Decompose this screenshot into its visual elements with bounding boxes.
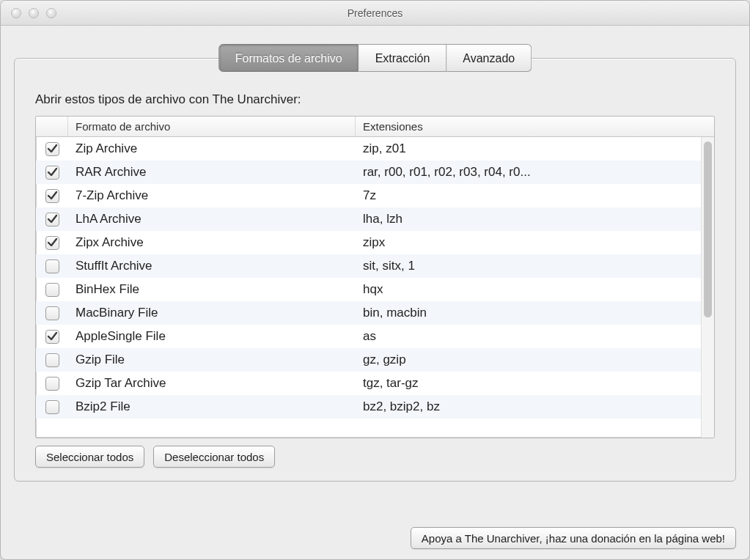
checkbox[interactable] [45, 306, 59, 320]
checkbox[interactable] [45, 353, 59, 367]
row-checkbox-cell [36, 166, 68, 180]
row-name: Zipx Archive [68, 235, 356, 250]
row-extensions: 7z [356, 188, 701, 203]
tab-0[interactable]: Formatos de archivo [218, 44, 359, 72]
preferences-panel: Formatos de archivoExtracciónAvanzado Ab… [14, 58, 736, 482]
row-name: RAR Archive [68, 165, 356, 180]
window-title: Preferences [1, 7, 749, 19]
row-extensions: zip, z01 [356, 141, 701, 156]
select-all-button[interactable]: Seleccionar todos [35, 446, 144, 468]
row-name: Gzip File [68, 353, 356, 367]
row-name: AppleSingle File [68, 329, 356, 344]
row-name: Gzip Tar Archive [68, 376, 356, 391]
checkbox[interactable] [45, 283, 59, 297]
table-row[interactable]: Zip Archivezip, z01 [36, 137, 701, 161]
scrollbar-thumb[interactable] [704, 141, 712, 317]
intro-label: Abrir estos tipos de archivo con The Una… [35, 92, 715, 107]
deselect-all-button[interactable]: Deseleccionar todos [153, 446, 275, 468]
row-extensions: sit, sitx, 1 [356, 259, 701, 273]
row-name: 7-Zip Archive [68, 188, 356, 203]
row-name: BinHex File [68, 282, 356, 297]
tab-2[interactable]: Avanzado [446, 44, 532, 72]
row-checkbox-cell [36, 236, 68, 250]
checkbox[interactable] [45, 400, 59, 414]
row-checkbox-cell [36, 142, 68, 156]
row-checkbox-cell [36, 353, 68, 367]
checkbox[interactable] [45, 236, 59, 250]
column-header-ext[interactable]: Extensiones [356, 117, 714, 136]
row-name: StuffIt Archive [68, 259, 356, 273]
table-row[interactable]: Zipx Archivezipx [36, 231, 701, 254]
tabbar: Formatos de archivoExtracciónAvanzado [218, 44, 532, 72]
rows-container: Zip Archivezip, z01RAR Archiverar, r00, … [36, 137, 701, 438]
table-row[interactable]: StuffIt Archivesit, sitx, 1 [36, 254, 701, 278]
row-name: MacBinary File [68, 306, 356, 320]
list-actions: Seleccionar todos Deseleccionar todos [35, 446, 715, 468]
row-checkbox-cell [36, 283, 68, 297]
format-list: Formato de archivo Extensiones Zip Archi… [35, 116, 715, 438]
table-row[interactable]: RAR Archiverar, r00, r01, r02, r03, r04,… [36, 161, 701, 184]
checkbox[interactable] [45, 166, 59, 180]
checkbox[interactable] [45, 330, 59, 344]
row-name: LhA Archive [68, 212, 356, 226]
row-extensions: as [356, 329, 701, 344]
checkbox[interactable] [45, 259, 59, 273]
table-row[interactable]: Gzip Filegz, gzip [36, 348, 701, 372]
column-headers: Formato de archivo Extensiones [36, 117, 714, 137]
preferences-window: Preferences Formatos de archivoExtracció… [0, 0, 750, 560]
row-name: Zip Archive [68, 141, 356, 156]
checkbox[interactable] [45, 142, 59, 156]
table-row[interactable]: Bzip2 Filebz2, bzip2, bz [36, 395, 701, 419]
tab-1[interactable]: Extracción [359, 44, 447, 72]
checkbox[interactable] [45, 377, 59, 391]
row-extensions: bz2, bzip2, bz [356, 399, 701, 414]
row-checkbox-cell [36, 213, 68, 226]
donate-button[interactable]: Apoya a The Unarchiver, ¡haz una donació… [411, 527, 736, 549]
row-checkbox-cell [36, 259, 68, 273]
row-checkbox-cell [36, 377, 68, 391]
checkbox[interactable] [45, 189, 59, 203]
row-extensions: gz, gzip [356, 353, 701, 367]
table-row[interactable]: 7-Zip Archive7z [36, 184, 701, 207]
row-checkbox-cell [36, 330, 68, 344]
column-header-name[interactable]: Formato de archivo [68, 117, 356, 136]
table-row[interactable]: LhA Archivelha, lzh [36, 207, 701, 231]
row-checkbox-cell [36, 189, 68, 203]
table-row[interactable]: Gzip Tar Archivetgz, tar-gz [36, 372, 701, 395]
row-checkbox-cell [36, 400, 68, 414]
row-extensions: hqx [356, 282, 701, 297]
checkbox[interactable] [45, 213, 59, 226]
row-extensions: rar, r00, r01, r02, r03, r04, r0... [356, 165, 701, 180]
row-extensions: zipx [356, 235, 701, 250]
table-row[interactable]: AppleSingle Fileas [36, 325, 701, 348]
column-header-check[interactable] [36, 117, 68, 136]
row-name: Bzip2 File [68, 399, 356, 414]
row-extensions: tgz, tar-gz [356, 376, 701, 391]
titlebar: Preferences [1, 1, 749, 26]
table-row[interactable]: BinHex Filehqx [36, 278, 701, 301]
scrollbar[interactable] [701, 137, 714, 438]
table-row[interactable]: MacBinary Filebin, macbin [36, 301, 701, 325]
row-extensions: bin, macbin [356, 306, 701, 320]
row-extensions: lha, lzh [356, 212, 701, 226]
row-checkbox-cell [36, 306, 68, 320]
